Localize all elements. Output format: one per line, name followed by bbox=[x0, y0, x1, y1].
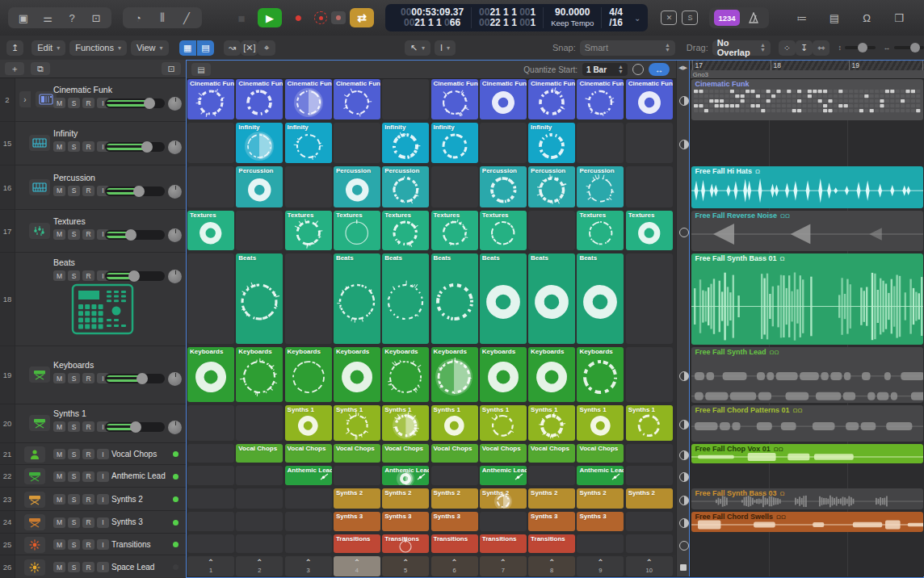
grid-cell[interactable]: Synths 1 bbox=[480, 405, 527, 441]
grid-cell[interactable]: Anthemic Lead bbox=[480, 466, 527, 485]
grid-cell[interactable]: Textures bbox=[187, 211, 234, 250]
grid-cell[interactable]: Keyboards bbox=[431, 347, 478, 402]
grid-cell[interactable]: Transitions bbox=[382, 534, 429, 553]
grid-cell[interactable]: Beats bbox=[382, 253, 429, 344]
track-name[interactable]: Cinematic Funk bbox=[53, 85, 112, 94]
empty-cell-slot[interactable] bbox=[431, 166, 478, 207]
lcd-display[interactable]: 0000:53:09.370021 1 1 0660021 1 1 001002… bbox=[385, 4, 648, 31]
s-button[interactable]: S bbox=[68, 562, 80, 572]
input-monitor-dot[interactable] bbox=[173, 564, 178, 570]
vocalist-icon[interactable] bbox=[24, 446, 45, 463]
m-button[interactable]: M bbox=[53, 270, 65, 281]
grid-cell[interactable]: Anthemic Lead bbox=[285, 466, 332, 485]
track-header[interactable]: 15InfinityMSRI bbox=[0, 122, 186, 165]
tuner-icon[interactable]: ◔ bbox=[128, 9, 149, 27]
keyboard-icon[interactable] bbox=[24, 514, 45, 530]
empty-cell-slot[interactable] bbox=[626, 253, 673, 344]
i-button[interactable]: I bbox=[97, 517, 109, 528]
grid-cell[interactable]: Cinematic Funk bbox=[626, 79, 673, 119]
edit-menu[interactable]: Edit▾ bbox=[32, 40, 65, 56]
play-button[interactable]: ▶ bbox=[258, 8, 282, 27]
grid-cell[interactable]: Transitions bbox=[431, 534, 478, 553]
pencil-icon[interactable]: ╱ bbox=[176, 9, 197, 27]
quantize-select[interactable]: 1 Bar ▲▼ bbox=[582, 63, 628, 76]
grid-cell[interactable]: Synths 2 bbox=[577, 488, 624, 509]
add-track-button[interactable]: ＋ bbox=[5, 62, 24, 75]
i-button[interactable]: I bbox=[97, 562, 109, 572]
input-monitor-dot[interactable] bbox=[173, 520, 178, 526]
keyboard-icon[interactable] bbox=[29, 415, 50, 431]
scene-trigger[interactable]: ⌃4 bbox=[334, 556, 380, 576]
grid-view-button[interactable]: ▦ bbox=[179, 40, 196, 56]
input-monitor-dot[interactable] bbox=[173, 474, 178, 480]
empty-cell-slot[interactable] bbox=[577, 534, 624, 553]
s-button[interactable]: S bbox=[68, 229, 80, 240]
r-button[interactable]: R bbox=[82, 471, 94, 482]
s-button[interactable]: S bbox=[68, 373, 80, 383]
track-header[interactable]: 25MSRITransitions bbox=[0, 534, 186, 555]
mixer-icon[interactable]: ⫼ bbox=[152, 9, 173, 27]
row-focus-icon[interactable] bbox=[679, 420, 689, 429]
vertical-zoom-icon[interactable]: ↧ bbox=[796, 40, 813, 56]
audio-region[interactable]: Free Fall Hi HatsΩ bbox=[691, 166, 923, 208]
text-tool-menu[interactable]: I▾ bbox=[435, 40, 456, 56]
metronome-icon[interactable] bbox=[743, 9, 764, 27]
empty-cell-slot[interactable] bbox=[236, 488, 283, 509]
duplicate-track-button[interactable]: ⧉ bbox=[31, 62, 50, 75]
grid-cell[interactable]: Beats bbox=[236, 253, 283, 344]
texture-icon[interactable] bbox=[29, 223, 50, 239]
input-monitor-dot[interactable] bbox=[173, 542, 178, 547]
empty-cell-slot[interactable] bbox=[187, 253, 234, 344]
m-button[interactable]: M bbox=[53, 517, 65, 528]
empty-cell-slot[interactable] bbox=[626, 123, 673, 163]
track-panel-options-icon[interactable]: ⊡ bbox=[162, 62, 181, 75]
m-button[interactable]: M bbox=[53, 421, 65, 432]
track-name[interactable]: Space Lead bbox=[111, 563, 154, 572]
grid-cell[interactable]: Percussion bbox=[334, 166, 380, 207]
empty-cell-slot[interactable] bbox=[187, 166, 234, 207]
r-button[interactable]: R bbox=[82, 141, 94, 152]
pan-knob[interactable] bbox=[168, 421, 182, 434]
track-name[interactable]: Vocal Chops bbox=[111, 450, 157, 459]
scene-row-focus-icon[interactable] bbox=[680, 564, 687, 571]
grid-cell[interactable]: Textures bbox=[480, 211, 527, 250]
event-list-icon[interactable]: ≔ bbox=[792, 9, 813, 27]
empty-cell-slot[interactable] bbox=[236, 466, 283, 485]
s-button[interactable]: S bbox=[68, 539, 80, 550]
pan-knob[interactable] bbox=[168, 185, 182, 199]
audio-region[interactable]: Free Fall Synth Bass 01Ω bbox=[691, 253, 923, 345]
grid-cell[interactable]: Vocal Chops bbox=[431, 444, 478, 463]
track-name[interactable]: Infinity bbox=[53, 128, 78, 138]
audio-region[interactable]: Free Fall Reverse NoiseΩΩ bbox=[691, 211, 923, 251]
r-button[interactable]: R bbox=[82, 98, 94, 108]
r-button[interactable]: R bbox=[82, 494, 94, 505]
track-header[interactable]: 16PercussionMSRI bbox=[0, 165, 186, 210]
s-button[interactable]: S bbox=[68, 449, 80, 459]
grid-cell[interactable]: Synths 3 bbox=[528, 512, 575, 531]
row-focus-icon[interactable] bbox=[679, 228, 689, 237]
track-name[interactable]: Synths 2 bbox=[111, 495, 143, 504]
empty-cell-slot[interactable] bbox=[626, 444, 673, 463]
grid-cell[interactable]: Vocal Chops bbox=[577, 444, 624, 463]
grid-cell[interactable]: Synths 1 bbox=[626, 405, 673, 441]
track-header[interactable]: 24MSRISynths 3 bbox=[0, 511, 186, 534]
r-button[interactable]: R bbox=[82, 229, 94, 240]
grid-cell[interactable]: Synths 3 bbox=[577, 512, 624, 531]
empty-cell-slot[interactable] bbox=[626, 347, 673, 402]
empty-cell-slot[interactable] bbox=[626, 466, 673, 485]
empty-cell-slot[interactable] bbox=[480, 512, 527, 531]
keyboard-icon[interactable] bbox=[24, 492, 45, 508]
grid-cell[interactable]: Cinematic Funk bbox=[285, 79, 332, 119]
vertical-zoom-slider[interactable] bbox=[845, 46, 876, 49]
flex-icon[interactable]: ⌖ bbox=[258, 40, 275, 56]
grid-cell[interactable]: Keyboards bbox=[187, 347, 234, 402]
grid-cell[interactable]: Infinity bbox=[285, 123, 332, 163]
grid-cell[interactable]: Vocal Chops bbox=[382, 444, 429, 463]
horizontal-zoom-icon[interactable]: ⇿ bbox=[813, 40, 830, 56]
row-focus-icon[interactable] bbox=[679, 541, 689, 551]
row-focus-icon[interactable] bbox=[679, 450, 689, 460]
grid-cell[interactable]: Percussion bbox=[528, 166, 575, 207]
back-icon[interactable]: ↥ bbox=[6, 40, 23, 56]
grid-cell[interactable]: Synths 2 bbox=[528, 488, 575, 509]
empty-cell-slot[interactable] bbox=[236, 534, 283, 553]
